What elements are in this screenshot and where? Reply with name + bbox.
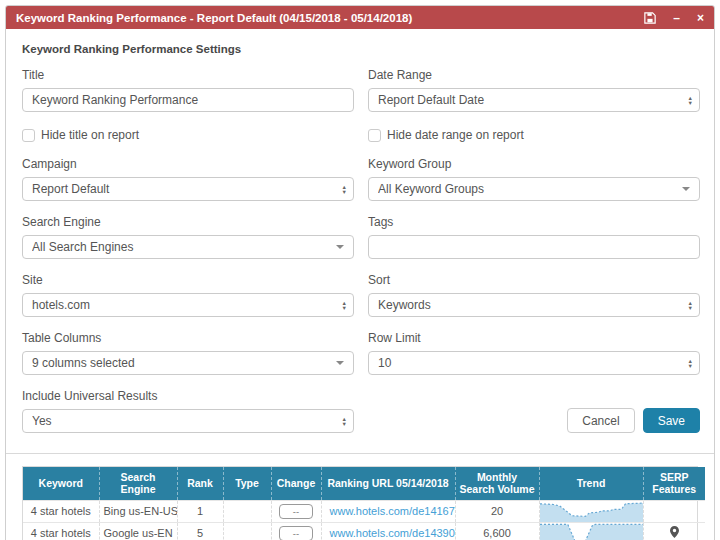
map-marker-icon: [670, 526, 679, 540]
change-badge[interactable]: --: [279, 504, 313, 519]
header-change[interactable]: Change: [271, 467, 321, 500]
tags-field-group: Tags: [368, 215, 700, 259]
stepper-icon: ▲▼: [342, 417, 347, 426]
table-columns-field-group: Table Columns 9 columns selected: [22, 331, 354, 375]
stepper-icon: ▲▼: [688, 301, 693, 310]
row-limit-select[interactable]: 10 ▲▼: [368, 351, 700, 375]
trend-sparkline: [539, 522, 643, 540]
hide-title-check-row: Hide title on report: [22, 128, 354, 142]
hide-title-checkbox[interactable]: [22, 129, 35, 142]
site-select[interactable]: hotels.com ▲▼: [22, 293, 354, 317]
save-button[interactable]: Save: [643, 408, 700, 433]
keyword-cell: 4 star hotels: [23, 500, 99, 522]
tags-input[interactable]: [368, 235, 700, 259]
modal-titlebar: Keyword Ranking Performance - Report Def…: [6, 6, 714, 29]
search-engine-cell: Google us-EN: [99, 522, 177, 540]
rank-cell: 1: [177, 500, 223, 522]
monthly-search-volume-cell: 20: [455, 500, 539, 522]
keyword-cell: 4 star hotels: [23, 522, 99, 540]
header-monthly-search-volume[interactable]: Monthly Search Volume: [455, 467, 539, 500]
search-engine-label: Search Engine: [22, 215, 354, 229]
results-table: Keyword Search Engine Rank Type Change R…: [23, 467, 705, 540]
stepper-icon: ▲▼: [342, 185, 347, 194]
search-engine-dropdown[interactable]: All Search Engines: [22, 235, 354, 259]
header-serp-features[interactable]: SERP Features: [643, 467, 705, 500]
type-cell: [223, 522, 271, 540]
sort-label: Sort: [368, 273, 700, 287]
hide-title-label: Hide title on report: [41, 128, 139, 142]
title-input[interactable]: [22, 88, 354, 112]
date-range-select[interactable]: Report Default Date ▲▼: [368, 88, 700, 112]
form-buttons: Cancel Save: [368, 389, 700, 433]
titlebar-icons: – ×: [644, 12, 704, 24]
include-universal-field-group: Include Universal Results Yes ▲▼: [22, 389, 354, 433]
table-columns-dropdown[interactable]: 9 columns selected: [22, 351, 354, 375]
minimize-icon[interactable]: –: [673, 12, 680, 24]
chevron-down-icon: [336, 245, 344, 249]
keyword-ranking-modal: Keyword Ranking Performance - Report Def…: [5, 5, 715, 540]
include-universal-label: Include Universal Results: [22, 389, 354, 403]
site-field-group: Site hotels.com ▲▼: [22, 273, 354, 317]
serp-features-cell: [643, 522, 705, 540]
sort-field-group: Sort Keywords ▲▼: [368, 273, 700, 317]
search-engine-cell: Bing us-EN-US: [99, 500, 177, 522]
hide-date-range-label: Hide date range on report: [387, 128, 524, 142]
type-cell: [223, 500, 271, 522]
trend-sparkline: [539, 500, 643, 522]
table-columns-label: Table Columns: [22, 331, 354, 345]
date-range-field-group: Date Range Report Default Date ▲▼: [368, 68, 700, 112]
site-label: Site: [22, 273, 354, 287]
header-search-engine[interactable]: Search Engine: [99, 467, 177, 500]
modal-title: Keyword Ranking Performance - Report Def…: [16, 12, 644, 24]
title-label: Title: [22, 68, 354, 82]
table-row: 4 star hotels Bing us-EN-US 1 -- www.hot…: [23, 500, 705, 522]
tags-label: Tags: [368, 215, 700, 229]
stepper-icon: ▲▼: [342, 301, 347, 310]
keyword-group-label: Keyword Group: [368, 157, 700, 171]
include-universal-select[interactable]: Yes ▲▼: [22, 409, 354, 433]
chevron-down-icon: [682, 187, 690, 191]
row-limit-label: Row Limit: [368, 331, 700, 345]
monthly-search-volume-cell: 6,600: [455, 522, 539, 540]
rank-cell: 5: [177, 522, 223, 540]
change-badge[interactable]: --: [279, 526, 313, 540]
ranking-url-link[interactable]: www.hotels.com/de1416752...: [330, 505, 456, 517]
campaign-select[interactable]: Report Default ▲▼: [22, 177, 354, 201]
keyword-group-field-group: Keyword Group All Keyword Groups: [368, 157, 700, 201]
header-keyword[interactable]: Keyword: [23, 467, 99, 500]
table-header-row: Keyword Search Engine Rank Type Change R…: [23, 467, 705, 500]
hide-date-range-check-row: Hide date range on report: [368, 128, 700, 142]
search-engine-field-group: Search Engine All Search Engines: [22, 215, 354, 259]
ranking-url-cell: www.hotels.com/de1439028...: [321, 522, 455, 540]
campaign-label: Campaign: [22, 157, 354, 171]
change-cell: --: [271, 522, 321, 540]
date-range-label: Date Range: [368, 68, 700, 82]
ranking-url-cell: www.hotels.com/de1416752...: [321, 500, 455, 522]
form-divider: [6, 453, 714, 454]
header-rank[interactable]: Rank: [177, 467, 223, 500]
results-table-panel: Keyword Search Engine Rank Type Change R…: [22, 466, 698, 540]
ranking-url-link[interactable]: www.hotels.com/de1439028...: [330, 527, 456, 539]
chevron-down-icon: [336, 361, 344, 365]
keyword-group-dropdown[interactable]: All Keyword Groups: [368, 177, 700, 201]
save-report-icon[interactable]: [644, 12, 656, 24]
header-trend[interactable]: Trend: [539, 467, 643, 500]
campaign-field-group: Campaign Report Default ▲▼: [22, 157, 354, 201]
settings-heading: Keyword Ranking Performance Settings: [22, 43, 700, 55]
header-type[interactable]: Type: [223, 467, 271, 500]
stepper-icon: ▲▼: [688, 359, 693, 368]
stepper-icon: ▲▼: [688, 96, 693, 105]
header-ranking-url[interactable]: Ranking URL 05/14/2018: [321, 467, 455, 500]
hide-date-range-checkbox[interactable]: [368, 129, 381, 142]
serp-features-cell: [643, 500, 705, 522]
row-limit-field-group: Row Limit 10 ▲▼: [368, 331, 700, 375]
change-cell: --: [271, 500, 321, 522]
cancel-button[interactable]: Cancel: [567, 408, 634, 433]
sort-select[interactable]: Keywords ▲▼: [368, 293, 700, 317]
table-row: 4 star hotels Google us-EN 5 -- www.hote…: [23, 522, 705, 540]
title-field-group: Title: [22, 68, 354, 112]
close-icon[interactable]: ×: [697, 12, 704, 24]
